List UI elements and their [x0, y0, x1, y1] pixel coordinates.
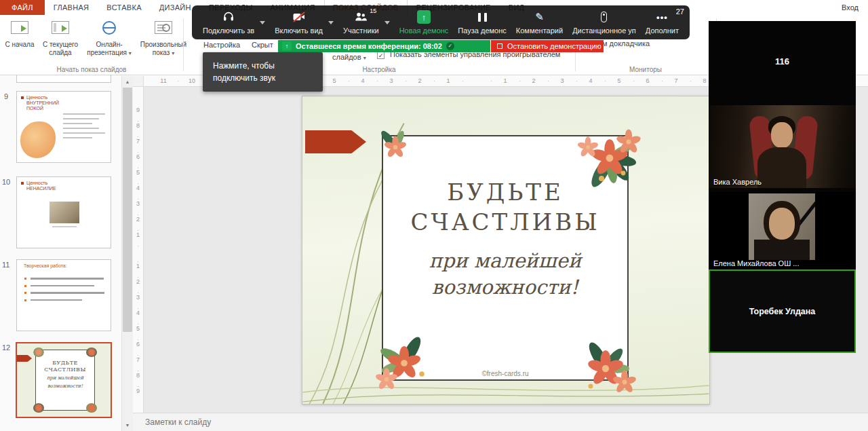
mini-card: БУДЬТЕ СЧАСТЛИВЫ при малейшей возможност…	[35, 350, 95, 411]
scrollbar-thumb[interactable]	[123, 88, 132, 332]
stop-share-label: Остановить демонстрацию	[507, 42, 601, 50]
ruler-number: 2	[519, 76, 548, 86]
photo-placeholder	[50, 202, 79, 223]
remote-control-button[interactable]: Дистанционное уп	[570, 5, 639, 39]
join-audio-label: Подключить зв	[203, 26, 254, 35]
slide-notes-field[interactable]: Заметки к слайду	[133, 413, 868, 431]
thumbnail-heading: Ценность ВНУТРЕННИЙ ПОКОЙ	[26, 95, 74, 111]
checkbox-icon: ✓	[377, 52, 384, 59]
ruler-number: 2	[133, 274, 143, 290]
participants-chevron[interactable]	[382, 5, 393, 39]
tab-home[interactable]: ГЛАВНАЯ	[45, 0, 98, 15]
ruler-number: 2	[133, 212, 143, 227]
join-audio-chevron[interactable]	[257, 5, 268, 39]
stop-share-button[interactable]: Остановить демонстрацию	[491, 40, 604, 52]
slide-number: 9	[4, 92, 8, 100]
quote-title-line1: БУДЬТЕ	[447, 177, 564, 207]
start-video-button[interactable]: Включить вид	[272, 5, 326, 39]
hide-slide-button[interactable]: Скрыт	[252, 41, 273, 49]
ruler-number: 5	[605, 76, 633, 86]
video-feed	[709, 105, 856, 188]
slide-number: 10	[2, 178, 10, 186]
ruler-number: 4	[133, 305, 143, 321]
video-feed	[749, 193, 815, 260]
quote-card[interactable]: БУДЬТЕ СЧАСТЛИВЫ при малейшей возможност…	[382, 135, 629, 381]
zoom-toolbar: Подключить зв Включить вид 15 Участники …	[192, 5, 690, 39]
presenter-view-checkbox[interactable]: м докладчика	[602, 39, 650, 48]
ruler-number: 9	[133, 383, 143, 399]
ruler-number: 4	[349, 76, 377, 86]
ruler-number: 1	[133, 227, 143, 243]
person-silhouette	[754, 240, 810, 260]
participants-button[interactable]: 15 Участники	[340, 5, 382, 39]
from-beginning-button[interactable]: С начала	[2, 17, 37, 58]
ruler-number: 11	[149, 76, 178, 86]
sharing-indicator-icon: ↑	[282, 41, 292, 51]
ruler-number: 2	[406, 76, 434, 86]
annotate-button[interactable]: ✎ Комментарий	[513, 5, 566, 39]
record-slideshow-dropdown[interactable]: слайдов ▾	[332, 53, 366, 61]
start-video-chevron[interactable]	[326, 5, 336, 39]
new-share-button[interactable]: ↑ Новая демонс	[397, 5, 452, 39]
ruler-number: 6	[633, 76, 662, 86]
participant-name: Торебек Улдана	[749, 307, 816, 316]
ruler-number: 1	[133, 259, 143, 274]
mini-title: БУДЬТЕ	[36, 360, 94, 367]
tab-insert[interactable]: ВСТАВКА	[98, 0, 150, 15]
ruler-number	[462, 76, 491, 86]
join-audio-button[interactable]: Подключить зв	[200, 5, 257, 39]
new-share-label: Новая демонс	[399, 26, 449, 35]
ruler-number: 3	[133, 290, 143, 305]
ruler-number: 8	[133, 368, 143, 383]
slide-thumbnail-11[interactable]: Творческая работа:	[16, 259, 111, 331]
start-slideshow-group: С начала С текущего слайда Онлайн-презен…	[2, 17, 190, 58]
ruler-number: 5	[133, 321, 143, 337]
ruler-number: 4	[576, 76, 605, 86]
from-current-slide-button[interactable]: С текущего слайда	[39, 17, 81, 58]
flower-decoration	[33, 348, 44, 357]
flower-decoration	[86, 403, 97, 413]
ruler-number	[133, 243, 143, 259]
slide-thumbnail-9[interactable]: Ценность ВНУТРЕННИЙ ПОКОЙ	[16, 91, 111, 163]
ruler-number: 1	[434, 76, 462, 86]
participant-video-1[interactable]: Вика Хаврель	[709, 105, 856, 188]
ruler-number: 3	[377, 76, 406, 86]
pause-share-button[interactable]: Пауза демонс	[455, 5, 509, 39]
more-label: Дополнит	[646, 26, 679, 35]
ruler-number: 7	[133, 134, 143, 149]
record-slideshow-label: слайдов	[332, 53, 361, 61]
participants-label: Участники	[343, 26, 379, 35]
custom-show-button[interactable]: Произвольный показ ▾	[137, 17, 190, 58]
person-silhouette	[771, 122, 793, 148]
setup-slideshow-button[interactable]: Настройка	[203, 41, 240, 49]
custom-show-label: Произвольный показ	[140, 41, 186, 56]
tooltip-line2: подключить звук	[213, 72, 323, 84]
ruler-number: 6	[133, 337, 143, 352]
ruler-number: 9	[133, 102, 143, 118]
ruler-number: 5	[133, 165, 143, 181]
scroll-down-button[interactable]: ▼	[122, 419, 133, 431]
ruler-number: 1	[491, 76, 519, 86]
ruler-number: 3	[548, 76, 576, 86]
scroll-up-button[interactable]: ▲	[122, 76, 133, 88]
dropdown-arrow-icon: ▾	[363, 55, 366, 61]
participant-tile-3-active-speaker[interactable]: Торебек Улдана	[709, 269, 856, 353]
participant-video-2[interactable]: Елена Михайлова ОШ ...	[709, 192, 856, 269]
tab-file[interactable]: ФАЙЛ	[0, 0, 45, 15]
slide-thumbnail-10[interactable]: Ценность НЕНАСИЛИЕ	[16, 176, 111, 248]
slide-thumbnail-12-selected[interactable]: БУДЬТЕ СЧАСТЛИВЫ при малейшей возможност…	[16, 342, 112, 418]
headset-icon	[222, 10, 235, 24]
meeting-time-bar: ↑ Оставшееся время конференции: 08:02 ✓	[278, 40, 490, 52]
person-silhouette	[757, 147, 806, 188]
more-dots-icon: •••	[656, 10, 668, 24]
online-presentation-button[interactable]: Онлайн-презентация ▾	[83, 17, 135, 58]
ruler-number: 7	[133, 352, 143, 368]
slide-number: 11	[2, 261, 9, 269]
mini-script: возможности!	[36, 383, 94, 390]
mini-title: СЧАСТЛИВЫ	[36, 367, 94, 373]
slide-canvas[interactable]: БУДЬТЕ СЧАСТЛИВЫ при малейшей возможност…	[302, 96, 710, 405]
sign-in-button[interactable]: Вход	[832, 0, 868, 15]
text-placeholder-lines	[63, 113, 105, 142]
participants-icon: 15	[354, 10, 368, 24]
bullet-list-lines	[24, 278, 104, 306]
